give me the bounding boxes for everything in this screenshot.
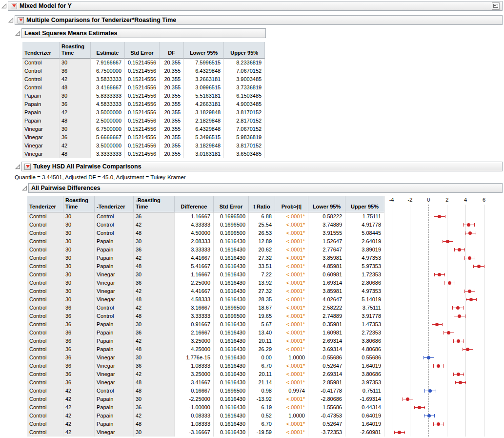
cell: 2.85981 [308, 378, 345, 387]
cell: -0.44314 [345, 403, 384, 412]
table-row: Control42Control480.166670.16965000.980.… [27, 387, 384, 395]
cell: 36 [63, 354, 95, 362]
forest-plot[interactable]: -4-20246 [386, 196, 495, 437]
difference-marker-dot[interactable] [427, 356, 430, 359]
cell: Control [27, 387, 63, 395]
cell: 3.33333 [175, 246, 214, 254]
cell: 3.8170152 [224, 108, 265, 117]
cell: Control [27, 312, 63, 320]
disclosure-triangle-icon[interactable] [15, 30, 21, 37]
difference-marker-dot[interactable] [438, 273, 441, 276]
difference-marker-dot[interactable] [447, 331, 450, 334]
cell: Papain [95, 337, 134, 345]
disclosure-triangle-icon[interactable] [21, 185, 28, 191]
cell: 1.69314 [308, 279, 345, 287]
cell: 3.75111 [345, 304, 384, 312]
header-row: TenderizerRoasting TimeEstimateStd Error… [22, 42, 265, 59]
cell: 1.08333 [175, 362, 214, 370]
difference-marker-dot[interactable] [435, 323, 439, 326]
cell: Papain [95, 237, 134, 246]
difference-marker-dot[interactable] [459, 381, 462, 384]
difference-marker-dot[interactable] [458, 248, 461, 251]
red-triangle-menu-icon[interactable] [24, 164, 31, 170]
cell: <.0001* [275, 254, 308, 262]
cell: 26.53 [249, 229, 275, 237]
difference-marker-dot[interactable] [469, 298, 473, 301]
difference-marker-dot[interactable] [468, 290, 471, 293]
cell: 0.1696500 [214, 212, 249, 221]
x-axis-tick-label: 2 [445, 197, 448, 203]
difference-marker-dot[interactable] [468, 231, 472, 235]
cell: 30 [63, 295, 95, 304]
interval-cap [463, 223, 464, 227]
tukey-quantile-text: Quantile = 3.44501, Adjusted DF = 45.0, … [15, 174, 504, 180]
pairwise-table: TenderizerRoasting Time-Tenderizer-Roast… [27, 196, 384, 437]
disclosure-triangle-icon[interactable] [1, 3, 7, 9]
interval-cap [442, 323, 443, 326]
cell: 42 [134, 287, 175, 295]
column-header: Prob>|t| [275, 196, 308, 212]
cell: Vinegar [95, 428, 134, 437]
difference-marker-dot[interactable] [446, 240, 449, 243]
cell: 3.8170152 [224, 142, 265, 150]
difference-marker-dot[interactable] [427, 414, 431, 417]
cell: 0.1616430 [214, 420, 249, 428]
interval-cap [434, 414, 435, 417]
red-triangle-menu-icon[interactable] [11, 3, 17, 9]
difference-marker-dot[interactable] [466, 348, 469, 351]
cell: Control [22, 83, 60, 92]
cell: 42 [63, 395, 95, 403]
cell: 4.58333 [175, 295, 214, 304]
disclosure-triangle-icon[interactable] [15, 164, 21, 170]
window-options-icon[interactable] [492, 2, 500, 10]
cell: 3.2663181 [184, 75, 224, 83]
cell: 3.5000000 [91, 108, 125, 117]
cell: Vinegar [95, 271, 134, 279]
cell: Papain [95, 254, 134, 262]
cell: 0.15214556 [125, 83, 160, 92]
difference-marker-dot[interactable] [406, 397, 409, 401]
difference-marker-dot[interactable] [398, 431, 401, 434]
column-header: -Tenderizer [95, 196, 134, 212]
difference-marker-dot[interactable] [477, 265, 481, 268]
difference-marker-dot[interactable] [448, 281, 451, 285]
difference-marker-dot[interactable] [437, 364, 440, 368]
difference-marker-dot[interactable] [467, 223, 470, 227]
table-row: Control42Papain481.083330.16164306.70<.0… [27, 420, 384, 428]
cell: <.0001* [275, 229, 308, 237]
difference-marker-dot[interactable] [458, 314, 461, 318]
titlebar-tukey: Tukey HSD All Pairwise Comparisons [21, 162, 503, 171]
cell: Papain [95, 262, 134, 271]
cell: 2.72353 [345, 329, 384, 337]
difference-marker-dot[interactable] [456, 306, 460, 310]
cell: 13.92 [249, 279, 275, 287]
cell: 30 [63, 237, 95, 246]
cell: 5.6666667 [91, 133, 125, 142]
cell: Control [27, 362, 63, 370]
cell: <.0001* [275, 362, 308, 370]
difference-marker-dot[interactable] [457, 339, 460, 343]
cell: Control [95, 229, 134, 237]
table-row: Control36Papain423.250000.161643020.11<.… [27, 337, 384, 345]
column-header: Tenderizer [22, 42, 60, 59]
cell: 1.16667 [175, 212, 214, 221]
table-row: Control30Vinegar424.416670.161643027.32<… [27, 287, 384, 295]
cell: 0.98 [249, 387, 275, 395]
difference-marker-dot[interactable] [468, 256, 471, 260]
difference-marker-dot[interactable] [418, 406, 421, 409]
cell: <.0001* [275, 320, 308, 329]
cell: Control [27, 221, 63, 229]
disclosure-triangle-icon[interactable] [8, 17, 14, 23]
red-triangle-menu-icon[interactable] [18, 17, 24, 23]
cell: 30 [134, 320, 175, 329]
difference-marker-dot[interactable] [457, 373, 460, 376]
difference-marker-dot[interactable] [428, 389, 432, 393]
table-row: Control42Papain30-2.250000.1616430-13.92… [27, 395, 384, 403]
difference-marker-dot[interactable] [437, 422, 440, 426]
cell: 7.5996515 [184, 59, 224, 67]
cell: 4.2663181 [184, 100, 224, 108]
difference-marker-dot[interactable] [438, 215, 441, 218]
cell: 20.62 [249, 246, 275, 254]
cell: <.0001* [275, 428, 308, 437]
table-row: Control30Vinegar362.250000.161643013.92<… [27, 279, 384, 287]
